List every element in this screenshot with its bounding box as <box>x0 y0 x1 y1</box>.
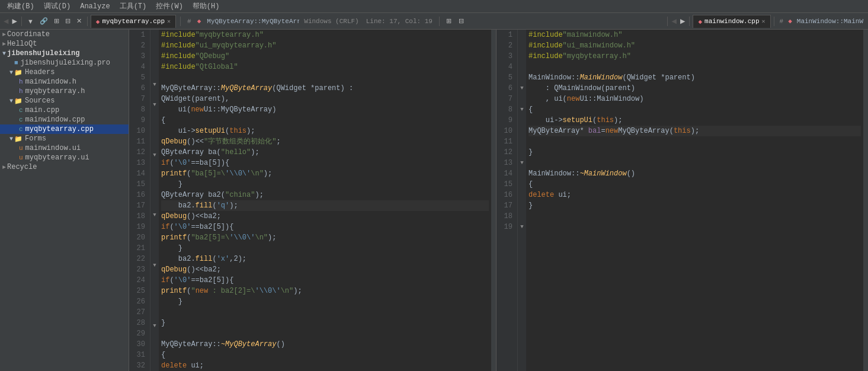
left-scrollbar[interactable] <box>491 30 496 371</box>
sidebar-item-mainwindow-cpp[interactable]: c mainwindow.cpp <box>0 115 129 124</box>
menu-debug[interactable]: 调试(D) <box>39 0 76 12</box>
fold-marker-33[interactable] <box>150 351 159 361</box>
fold-marker-18[interactable] <box>150 200 159 210</box>
line-number-14: 14 <box>501 168 513 179</box>
fold-marker-19[interactable]: ▼ <box>518 222 526 232</box>
fold-marker-13[interactable]: ▼ <box>150 150 159 160</box>
sidebar-item-coordinate[interactable]: ► Coordinate <box>0 30 129 39</box>
fold-marker-24[interactable]: ▼ <box>150 261 159 271</box>
left-file-tab[interactable]: ◆ myqbytearray.cpp ✕ <box>91 15 176 28</box>
fold-marker-26[interactable] <box>150 280 159 290</box>
fold-marker-19[interactable]: ▼ <box>150 210 159 220</box>
fold-marker-20[interactable] <box>150 220 159 231</box>
fold-marker-6[interactable]: ▼ <box>150 80 159 90</box>
nav-forward-right[interactable]: ▶ <box>679 16 686 26</box>
right-scrollbar[interactable] <box>863 30 868 371</box>
fold-marker-1[interactable] <box>150 30 159 40</box>
fold-marker-16[interactable] <box>518 190 526 200</box>
sidebar-item-headers[interactable]: ▼ 📁 Headers <box>0 68 129 77</box>
sidebar-item-pro-file[interactable]: ■ jibenshujuleixing.pro <box>0 58 129 68</box>
fold-marker-14[interactable] <box>150 160 159 170</box>
fold-marker-8[interactable]: ▼ <box>518 104 526 115</box>
fold-marker-29[interactable] <box>150 311 159 321</box>
fold-marker-22[interactable] <box>150 241 159 251</box>
left-expand-btn[interactable]: ⊞ <box>444 16 454 26</box>
nav-back-left[interactable]: ◀ <box>2 16 9 26</box>
fold-marker-5[interactable] <box>150 70 159 80</box>
left-tab-close[interactable]: ✕ <box>167 18 171 25</box>
sidebar-item-project[interactable]: ▼ jibenshujuleixing <box>0 49 129 58</box>
fold-marker-3[interactable] <box>518 51 526 62</box>
code-line-6: : QMainWindow(parent) <box>529 83 861 94</box>
sidebar-label-project: jibenshujuleixing <box>7 49 79 57</box>
sidebar-item-myqbytearray-cpp[interactable]: c myqbytearray.cpp <box>0 124 129 134</box>
fold-marker-23[interactable] <box>150 251 159 261</box>
menu-build[interactable]: 构建(B) <box>2 0 39 12</box>
fold-marker-17[interactable] <box>518 200 526 211</box>
fold-marker-9[interactable] <box>518 115 526 126</box>
fold-marker-6[interactable]: ▼ <box>518 83 526 94</box>
right-tab-close[interactable]: ✕ <box>762 18 765 25</box>
sidebar-item-sources[interactable]: ▼ 📁 Sources <box>0 96 129 105</box>
fold-marker-13[interactable]: ▼ <box>518 158 526 168</box>
right-code-lines[interactable]: #include "mainwindow.h"#include "ui_main… <box>526 30 863 371</box>
nav-back-right[interactable]: ◀ <box>671 16 678 26</box>
toolbar-close-btn[interactable]: ✕ <box>74 16 84 26</box>
fold-marker-15[interactable] <box>150 170 159 180</box>
fold-marker-11[interactable] <box>150 130 159 140</box>
sidebar-item-main-cpp[interactable]: c main.cpp <box>0 105 129 115</box>
fold-marker-7[interactable] <box>518 94 526 104</box>
fold-marker-15[interactable] <box>518 179 526 190</box>
fold-marker-4[interactable] <box>150 60 159 70</box>
toolbar-link-btn[interactable]: 🔗 <box>37 16 50 26</box>
fold-marker-31[interactable] <box>150 331 159 341</box>
sidebar-item-mainwindow-ui[interactable]: u mainwindow.ui <box>0 143 129 153</box>
toolbar-sync-btn[interactable]: ⊟ <box>63 16 73 26</box>
fold-marker-30[interactable]: ▼ <box>150 321 159 331</box>
fold-marker-3[interactable] <box>150 50 159 60</box>
nav-forward-left[interactable]: ▶ <box>11 16 18 26</box>
fold-marker-21[interactable] <box>150 231 159 241</box>
sidebar-item-myqbytearray-h[interactable]: h myqbytearray.h <box>0 87 129 96</box>
fold-marker-16[interactable] <box>150 180 159 190</box>
fold-marker-7[interactable] <box>150 90 159 100</box>
sidebar-item-forms[interactable]: ▼ 📁 Forms <box>0 134 129 143</box>
fold-marker-27[interactable] <box>150 290 159 300</box>
code-line-4: #include "QtGlobal" <box>161 62 489 72</box>
fold-marker-14[interactable] <box>518 168 526 179</box>
right-file-tab[interactable]: ◆ mainwindow.cpp ✕ <box>693 15 770 28</box>
fold-marker-5[interactable] <box>518 72 526 83</box>
fold-marker-8[interactable]: ▼ <box>150 100 159 110</box>
fold-marker-10[interactable] <box>518 126 526 136</box>
fold-marker-34[interactable] <box>150 361 159 371</box>
code-line-16: delete ui; <box>529 190 861 200</box>
sidebar-item-helloqt[interactable]: ► HelloQt <box>0 39 129 49</box>
left-editor-content[interactable]: 1234567891011121314151617181920212223242… <box>129 30 496 371</box>
menu-analyze[interactable]: Analyze <box>75 1 114 12</box>
menu-help[interactable]: 帮助(H) <box>188 0 225 12</box>
fold-marker-9[interactable] <box>150 110 159 120</box>
sidebar-item-mainwindow-h[interactable]: h mainwindow.h <box>0 77 129 87</box>
fold-marker-28[interactable] <box>150 300 159 311</box>
sidebar-item-recycle[interactable]: ► Recycle <box>0 162 129 172</box>
fold-marker-10[interactable] <box>150 120 159 130</box>
fold-marker-17[interactable] <box>150 190 159 200</box>
fold-marker-18[interactable] <box>518 211 526 222</box>
fold-marker-11[interactable] <box>518 136 526 147</box>
fold-marker-12[interactable] <box>150 140 159 150</box>
left-collapse-btn[interactable]: ⊟ <box>456 16 466 26</box>
menu-tools[interactable]: 工具(T) <box>115 0 152 12</box>
menu-controls[interactable]: 控件(W) <box>151 0 188 12</box>
fold-marker-4[interactable] <box>518 62 526 72</box>
fold-marker-2[interactable] <box>518 40 526 51</box>
left-code-lines[interactable]: #include "myqbytearray.h"#include "ui_my… <box>159 30 491 371</box>
sidebar-item-myqbytearray-ui[interactable]: u myqbytearray.ui <box>0 153 129 162</box>
toolbar-expand-btn[interactable]: ⊞ <box>52 16 62 26</box>
fold-marker-2[interactable] <box>150 40 159 50</box>
fold-marker-25[interactable] <box>150 271 159 281</box>
fold-marker-12[interactable] <box>518 147 526 158</box>
fold-marker-1[interactable] <box>518 30 526 40</box>
fold-marker-32[interactable] <box>150 341 159 351</box>
right-editor-content[interactable]: 12345678910111213141516171819 ▼▼▼▼ #incl… <box>497 30 868 371</box>
toolbar-filter-btn[interactable]: ▼ <box>25 17 36 26</box>
